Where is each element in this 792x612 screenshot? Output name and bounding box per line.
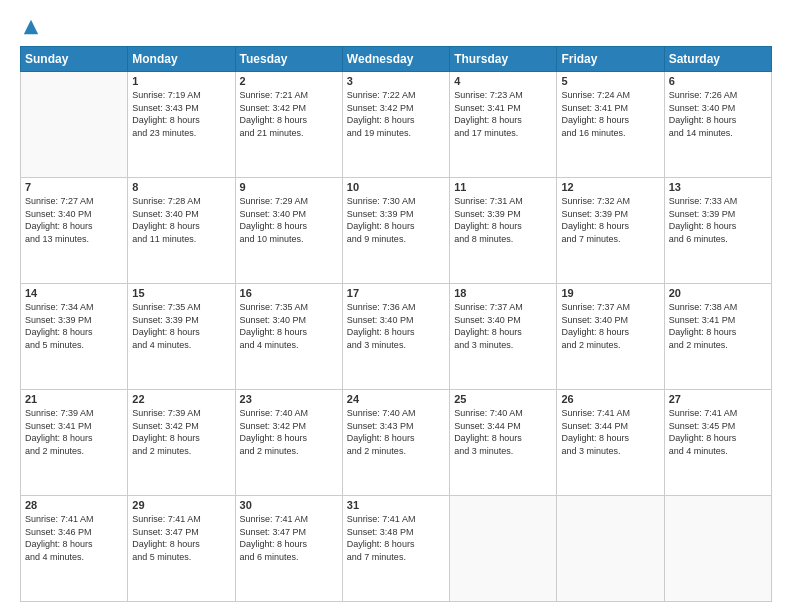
- cell-content: Sunrise: 7:33 AM Sunset: 3:39 PM Dayligh…: [669, 195, 767, 245]
- calendar-cell: 10Sunrise: 7:30 AM Sunset: 3:39 PM Dayli…: [342, 178, 449, 284]
- day-number: 21: [25, 393, 123, 405]
- day-number: 31: [347, 499, 445, 511]
- calendar-cell: 12Sunrise: 7:32 AM Sunset: 3:39 PM Dayli…: [557, 178, 664, 284]
- calendar-cell: 24Sunrise: 7:40 AM Sunset: 3:43 PM Dayli…: [342, 390, 449, 496]
- cell-content: Sunrise: 7:40 AM Sunset: 3:42 PM Dayligh…: [240, 407, 338, 457]
- calendar-week-row: 21Sunrise: 7:39 AM Sunset: 3:41 PM Dayli…: [21, 390, 772, 496]
- logo-icon: [22, 18, 40, 36]
- cell-content: Sunrise: 7:40 AM Sunset: 3:44 PM Dayligh…: [454, 407, 552, 457]
- cell-content: Sunrise: 7:38 AM Sunset: 3:41 PM Dayligh…: [669, 301, 767, 351]
- calendar-cell: 15Sunrise: 7:35 AM Sunset: 3:39 PM Dayli…: [128, 284, 235, 390]
- day-number: 27: [669, 393, 767, 405]
- cell-content: Sunrise: 7:22 AM Sunset: 3:42 PM Dayligh…: [347, 89, 445, 139]
- day-number: 26: [561, 393, 659, 405]
- cell-content: Sunrise: 7:23 AM Sunset: 3:41 PM Dayligh…: [454, 89, 552, 139]
- calendar-day-header: Saturday: [664, 47, 771, 72]
- calendar-cell: 29Sunrise: 7:41 AM Sunset: 3:47 PM Dayli…: [128, 496, 235, 602]
- calendar-cell: 3Sunrise: 7:22 AM Sunset: 3:42 PM Daylig…: [342, 72, 449, 178]
- calendar-cell: [450, 496, 557, 602]
- cell-content: Sunrise: 7:32 AM Sunset: 3:39 PM Dayligh…: [561, 195, 659, 245]
- cell-content: Sunrise: 7:40 AM Sunset: 3:43 PM Dayligh…: [347, 407, 445, 457]
- calendar-cell: 16Sunrise: 7:35 AM Sunset: 3:40 PM Dayli…: [235, 284, 342, 390]
- calendar-cell: 2Sunrise: 7:21 AM Sunset: 3:42 PM Daylig…: [235, 72, 342, 178]
- calendar-cell: 6Sunrise: 7:26 AM Sunset: 3:40 PM Daylig…: [664, 72, 771, 178]
- calendar-cell: 14Sunrise: 7:34 AM Sunset: 3:39 PM Dayli…: [21, 284, 128, 390]
- calendar-day-header: Sunday: [21, 47, 128, 72]
- cell-content: Sunrise: 7:35 AM Sunset: 3:39 PM Dayligh…: [132, 301, 230, 351]
- calendar-week-row: 1Sunrise: 7:19 AM Sunset: 3:43 PM Daylig…: [21, 72, 772, 178]
- day-number: 20: [669, 287, 767, 299]
- cell-content: Sunrise: 7:36 AM Sunset: 3:40 PM Dayligh…: [347, 301, 445, 351]
- day-number: 30: [240, 499, 338, 511]
- cell-content: Sunrise: 7:31 AM Sunset: 3:39 PM Dayligh…: [454, 195, 552, 245]
- calendar-cell: 5Sunrise: 7:24 AM Sunset: 3:41 PM Daylig…: [557, 72, 664, 178]
- day-number: 15: [132, 287, 230, 299]
- calendar-cell: 9Sunrise: 7:29 AM Sunset: 3:40 PM Daylig…: [235, 178, 342, 284]
- cell-content: Sunrise: 7:41 AM Sunset: 3:45 PM Dayligh…: [669, 407, 767, 457]
- day-number: 28: [25, 499, 123, 511]
- cell-content: Sunrise: 7:35 AM Sunset: 3:40 PM Dayligh…: [240, 301, 338, 351]
- calendar-cell: 8Sunrise: 7:28 AM Sunset: 3:40 PM Daylig…: [128, 178, 235, 284]
- logo: [20, 18, 40, 36]
- day-number: 2: [240, 75, 338, 87]
- cell-content: Sunrise: 7:19 AM Sunset: 3:43 PM Dayligh…: [132, 89, 230, 139]
- calendar-cell: 23Sunrise: 7:40 AM Sunset: 3:42 PM Dayli…: [235, 390, 342, 496]
- calendar-cell: [664, 496, 771, 602]
- cell-content: Sunrise: 7:37 AM Sunset: 3:40 PM Dayligh…: [561, 301, 659, 351]
- day-number: 25: [454, 393, 552, 405]
- calendar-day-header: Wednesday: [342, 47, 449, 72]
- calendar-day-header: Thursday: [450, 47, 557, 72]
- cell-content: Sunrise: 7:30 AM Sunset: 3:39 PM Dayligh…: [347, 195, 445, 245]
- day-number: 14: [25, 287, 123, 299]
- calendar-cell: 30Sunrise: 7:41 AM Sunset: 3:47 PM Dayli…: [235, 496, 342, 602]
- day-number: 18: [454, 287, 552, 299]
- calendar-cell: 18Sunrise: 7:37 AM Sunset: 3:40 PM Dayli…: [450, 284, 557, 390]
- calendar-week-row: 14Sunrise: 7:34 AM Sunset: 3:39 PM Dayli…: [21, 284, 772, 390]
- page: SundayMondayTuesdayWednesdayThursdayFrid…: [0, 0, 792, 612]
- cell-content: Sunrise: 7:41 AM Sunset: 3:46 PM Dayligh…: [25, 513, 123, 563]
- svg-marker-0: [24, 20, 38, 34]
- day-number: 3: [347, 75, 445, 87]
- calendar-cell: 19Sunrise: 7:37 AM Sunset: 3:40 PM Dayli…: [557, 284, 664, 390]
- calendar-cell: 25Sunrise: 7:40 AM Sunset: 3:44 PM Dayli…: [450, 390, 557, 496]
- day-number: 12: [561, 181, 659, 193]
- calendar-cell: 28Sunrise: 7:41 AM Sunset: 3:46 PM Dayli…: [21, 496, 128, 602]
- calendar-cell: 17Sunrise: 7:36 AM Sunset: 3:40 PM Dayli…: [342, 284, 449, 390]
- day-number: 16: [240, 287, 338, 299]
- calendar-cell: 11Sunrise: 7:31 AM Sunset: 3:39 PM Dayli…: [450, 178, 557, 284]
- day-number: 6: [669, 75, 767, 87]
- calendar-week-row: 7Sunrise: 7:27 AM Sunset: 3:40 PM Daylig…: [21, 178, 772, 284]
- day-number: 17: [347, 287, 445, 299]
- cell-content: Sunrise: 7:41 AM Sunset: 3:47 PM Dayligh…: [132, 513, 230, 563]
- day-number: 4: [454, 75, 552, 87]
- cell-content: Sunrise: 7:39 AM Sunset: 3:42 PM Dayligh…: [132, 407, 230, 457]
- calendar-day-header: Monday: [128, 47, 235, 72]
- day-number: 9: [240, 181, 338, 193]
- cell-content: Sunrise: 7:41 AM Sunset: 3:44 PM Dayligh…: [561, 407, 659, 457]
- calendar-cell: 27Sunrise: 7:41 AM Sunset: 3:45 PM Dayli…: [664, 390, 771, 496]
- calendar-header-row: SundayMondayTuesdayWednesdayThursdayFrid…: [21, 47, 772, 72]
- day-number: 13: [669, 181, 767, 193]
- calendar-cell: 21Sunrise: 7:39 AM Sunset: 3:41 PM Dayli…: [21, 390, 128, 496]
- calendar-cell: 4Sunrise: 7:23 AM Sunset: 3:41 PM Daylig…: [450, 72, 557, 178]
- cell-content: Sunrise: 7:37 AM Sunset: 3:40 PM Dayligh…: [454, 301, 552, 351]
- cell-content: Sunrise: 7:41 AM Sunset: 3:47 PM Dayligh…: [240, 513, 338, 563]
- day-number: 22: [132, 393, 230, 405]
- calendar-cell: 1Sunrise: 7:19 AM Sunset: 3:43 PM Daylig…: [128, 72, 235, 178]
- day-number: 7: [25, 181, 123, 193]
- calendar-cell: 13Sunrise: 7:33 AM Sunset: 3:39 PM Dayli…: [664, 178, 771, 284]
- calendar-day-header: Friday: [557, 47, 664, 72]
- day-number: 19: [561, 287, 659, 299]
- day-number: 8: [132, 181, 230, 193]
- calendar-cell: 20Sunrise: 7:38 AM Sunset: 3:41 PM Dayli…: [664, 284, 771, 390]
- calendar-week-row: 28Sunrise: 7:41 AM Sunset: 3:46 PM Dayli…: [21, 496, 772, 602]
- cell-content: Sunrise: 7:29 AM Sunset: 3:40 PM Dayligh…: [240, 195, 338, 245]
- calendar-cell: 26Sunrise: 7:41 AM Sunset: 3:44 PM Dayli…: [557, 390, 664, 496]
- day-number: 10: [347, 181, 445, 193]
- cell-content: Sunrise: 7:28 AM Sunset: 3:40 PM Dayligh…: [132, 195, 230, 245]
- cell-content: Sunrise: 7:39 AM Sunset: 3:41 PM Dayligh…: [25, 407, 123, 457]
- day-number: 5: [561, 75, 659, 87]
- day-number: 23: [240, 393, 338, 405]
- cell-content: Sunrise: 7:26 AM Sunset: 3:40 PM Dayligh…: [669, 89, 767, 139]
- calendar-table: SundayMondayTuesdayWednesdayThursdayFrid…: [20, 46, 772, 602]
